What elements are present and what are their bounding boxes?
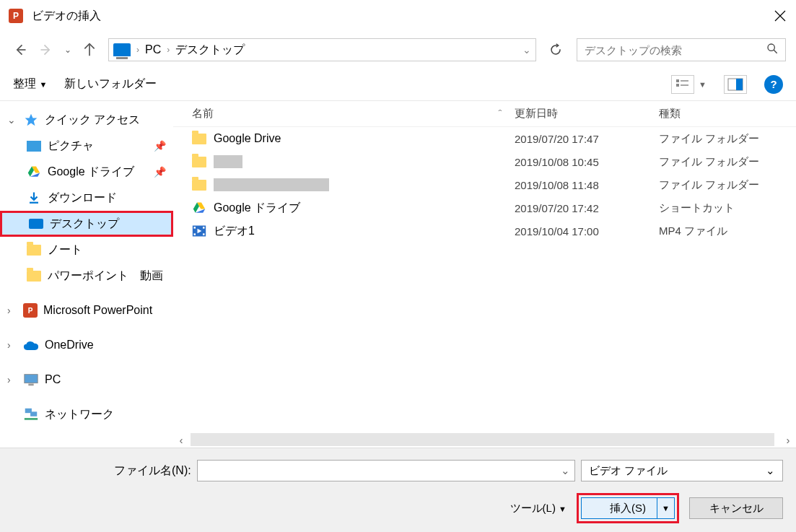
file-type: ショートカット — [659, 201, 789, 215]
filename-input[interactable]: ⌄ — [197, 460, 575, 481]
tree-item-quick-access[interactable]: ⌄ クイック アクセス — [0, 107, 173, 133]
chevron-right-icon[interactable]: › — [167, 45, 170, 55]
horizontal-scrollbar[interactable]: ‹ › — [173, 432, 796, 448]
svg-rect-10 — [736, 79, 743, 90]
close-button[interactable] — [773, 9, 787, 23]
search-icon[interactable] — [766, 43, 778, 58]
svg-line-4 — [774, 50, 777, 53]
file-type: ファイル フォルダー — [659, 132, 789, 146]
pictures-icon — [26, 139, 42, 153]
star-icon — [23, 113, 39, 127]
breadcrumb-pc[interactable]: PC — [145, 43, 161, 56]
chevron-down-icon[interactable]: ⌄ — [561, 464, 570, 477]
organize-button[interactable]: 整理 ▼ — [13, 77, 47, 92]
svg-rect-20 — [203, 227, 205, 229]
tree-item-pc[interactable]: › PC — [0, 367, 173, 393]
column-date[interactable]: 更新日時 — [515, 107, 659, 121]
chevron-down-icon[interactable]: ⌄ — [522, 44, 531, 56]
file-type: ファイル フォルダー — [659, 155, 789, 169]
svg-rect-6 — [676, 84, 679, 87]
chevron-right-icon[interactable]: › — [7, 339, 17, 351]
column-name[interactable]: 名前 — [180, 107, 486, 121]
tools-button[interactable]: ツール(L) ▼ — [510, 502, 567, 515]
file-row[interactable]: Google ドライブ2019/07/20 17:42ショートカット — [173, 196, 796, 219]
svg-rect-5 — [676, 79, 679, 82]
sort-indicator-icon: ˆ — [486, 108, 515, 120]
navigation-bar: ⌄ › PC › デスクトップ ⌄ — [0, 32, 796, 68]
file-name — [214, 178, 329, 191]
file-date: 2019/10/08 10:45 — [515, 156, 659, 168]
network-icon — [23, 407, 39, 422]
scroll-right-icon[interactable]: › — [782, 434, 795, 446]
svg-rect-12 — [25, 375, 38, 383]
breadcrumb-desktop[interactable]: デスクトップ — [175, 43, 245, 58]
nav-tree: ⌄ クイック アクセス ピクチャ 📌 Google ドライブ 📌 ダウンロード … — [0, 101, 173, 448]
list-header: 名前 ˆ 更新日時 種類 — [173, 101, 796, 127]
chevron-down-icon[interactable]: ⌄ — [7, 114, 17, 126]
file-type: ファイル フォルダー — [659, 178, 789, 192]
help-button[interactable]: ? — [764, 75, 783, 94]
file-row[interactable]: 2019/10/08 11:48ファイル フォルダー — [173, 173, 796, 196]
file-name: Google Drive — [214, 132, 281, 145]
back-button[interactable] — [10, 40, 30, 60]
desktop-icon — [28, 217, 44, 231]
file-row[interactable]: 2019/10/08 10:45ファイル フォルダー — [173, 150, 796, 173]
pin-icon: 📌 — [154, 140, 166, 152]
file-row[interactable]: ビデオ12019/10/04 17:00MP4 ファイル — [173, 219, 796, 243]
file-date: 2019/10/04 17:00 — [515, 225, 659, 237]
search-box[interactable] — [577, 38, 786, 61]
tree-item-pictures[interactable]: ピクチャ 📌 — [0, 133, 173, 159]
chevron-right-icon[interactable]: › — [7, 305, 17, 316]
tree-item-network[interactable]: › ネットワーク — [0, 401, 173, 427]
view-icon — [671, 75, 694, 94]
file-name: ビデオ1 — [214, 224, 255, 239]
download-icon — [26, 191, 42, 205]
insert-button[interactable]: 挿入(S) ▼ — [581, 497, 675, 519]
file-name: Google ドライブ — [214, 201, 300, 216]
svg-point-3 — [768, 44, 774, 51]
insert-dropdown-icon[interactable]: ▼ — [657, 498, 674, 518]
view-options-button[interactable]: ▼ — [671, 75, 707, 94]
folder-icon — [26, 243, 42, 257]
column-type[interactable]: 種類 — [659, 107, 789, 121]
chevron-right-icon[interactable]: › — [136, 45, 139, 55]
powerpoint-icon: P — [23, 303, 38, 318]
file-type: MP4 ファイル — [659, 224, 789, 238]
filename-label: ファイル名(N): — [114, 463, 191, 479]
new-folder-button[interactable]: 新しいフォルダー — [64, 77, 157, 92]
onedrive-icon — [23, 338, 39, 352]
file-row[interactable]: Google Drive2019/07/20 17:47ファイル フォルダー — [173, 127, 796, 150]
dialog-footer: ファイル名(N): ⌄ ビデオ ファイル⌄ ツール(L) ▼ 挿入(S) ▼ キ… — [0, 448, 796, 532]
search-input[interactable] — [585, 44, 766, 56]
folder-icon — [192, 178, 206, 191]
svg-rect-19 — [194, 233, 196, 235]
forward-button[interactable] — [36, 40, 56, 60]
up-button[interactable] — [79, 40, 100, 60]
gdrive-icon — [26, 165, 42, 179]
toolbar: 整理 ▼ 新しいフォルダー ▼ ? — [0, 68, 796, 101]
cancel-button[interactable]: キャンセル — [689, 497, 783, 519]
folder-icon — [192, 132, 206, 145]
tree-item-notes[interactable]: ノート — [0, 237, 173, 263]
preview-pane-button[interactable] — [724, 75, 747, 94]
refresh-button[interactable] — [545, 39, 567, 61]
tree-item-desktop[interactable]: デスクトップ — [0, 211, 173, 237]
svg-rect-21 — [203, 233, 205, 235]
folder-icon — [192, 155, 206, 168]
address-bar[interactable]: › PC › デスクトップ ⌄ — [108, 38, 536, 61]
scroll-left-icon[interactable]: ‹ — [175, 434, 188, 446]
pc-icon — [23, 372, 39, 387]
file-name — [214, 155, 242, 168]
tree-item-downloads[interactable]: ダウンロード — [0, 185, 173, 211]
tree-item-ms-powerpoint[interactable]: › P Microsoft PowerPoint — [0, 297, 173, 323]
tree-item-onedrive[interactable]: › OneDrive — [0, 332, 173, 358]
recent-locations-button[interactable]: ⌄ — [62, 40, 74, 60]
file-date: 2019/07/20 17:47 — [515, 133, 659, 145]
chevron-right-icon[interactable]: › — [7, 374, 17, 385]
tree-item-gdrive[interactable]: Google ドライブ 📌 — [0, 159, 173, 185]
tree-item-pp-video[interactable]: パワーポイント 動画 — [0, 263, 173, 289]
gdrive-icon — [192, 201, 206, 214]
svg-rect-18 — [194, 227, 196, 229]
pin-icon: 📌 — [154, 166, 166, 178]
file-type-filter[interactable]: ビデオ ファイル⌄ — [581, 460, 783, 481]
